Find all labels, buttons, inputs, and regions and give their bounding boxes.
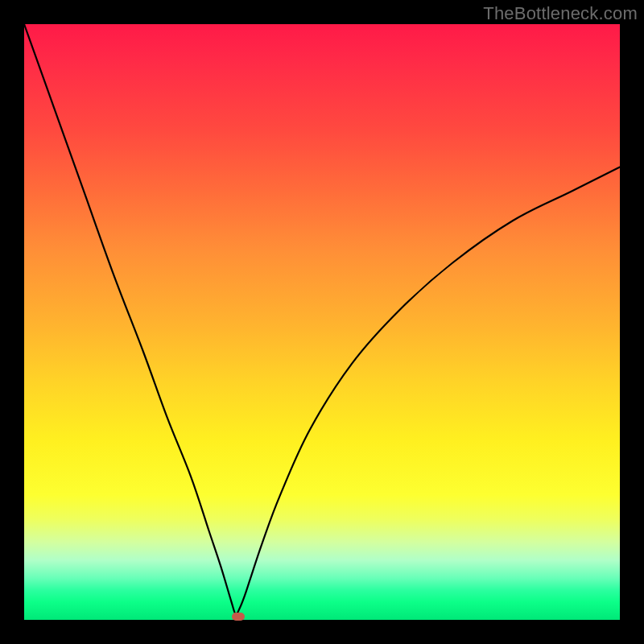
plot-area (24, 24, 620, 620)
watermark-text: TheBottleneck.com (483, 3, 638, 24)
bottleneck-curve (24, 24, 620, 614)
optimal-point-marker (232, 613, 245, 621)
curve-svg (24, 24, 620, 620)
